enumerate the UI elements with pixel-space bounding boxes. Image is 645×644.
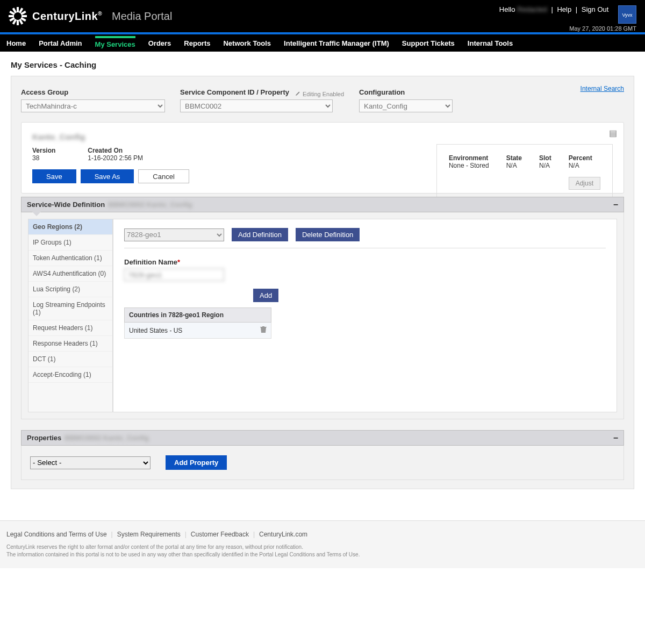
nav-my-services[interactable]: My Services: [95, 36, 135, 48]
service-wide-def-bar[interactable]: Service-Wide Definition BBMC0002 Kanto_C…: [21, 197, 624, 212]
access-group-label: Access Group: [21, 88, 165, 96]
svg-rect-9: [9, 15, 14, 17]
collapse-icon[interactable]: −: [613, 200, 618, 210]
country-row: United States - US: [124, 323, 271, 339]
section-redacted: BBMC0002 Kanto_Config: [108, 201, 192, 209]
nav-home[interactable]: Home: [6, 39, 26, 47]
nav-orders[interactable]: Orders: [148, 39, 171, 47]
tab-dct-[interactable]: DCT (1): [28, 352, 112, 367]
footer-link[interactable]: Legal Conditions and Terms of Use: [6, 531, 107, 538]
nav-reports[interactable]: Reports: [184, 39, 210, 47]
config-label: Configuration: [359, 88, 453, 96]
created-value: 1-16-2020 2:56 PM: [88, 154, 143, 162]
percent-value: N/A: [569, 162, 600, 169]
env-label: Environment: [449, 154, 489, 162]
svg-rect-0: [17, 7, 19, 12]
disclaimer-2: The information contained in this portal…: [6, 551, 639, 559]
add-property-button[interactable]: Add Property: [166, 455, 227, 470]
nav-intelligent-traffic-manager-itm-[interactable]: Intelligent Traffic Manager (ITM): [284, 39, 389, 47]
countries-header: Countries in 7828-geo1 Region: [124, 307, 271, 323]
tab-accept-encoding-[interactable]: Accept-Encoding (1): [28, 367, 112, 383]
add-button[interactable]: Add: [253, 289, 278, 302]
internal-search-link[interactable]: Internal Search: [580, 85, 624, 92]
service-wide-def-body: Geo Regions (2)IP Groups (1)Token Authen…: [21, 212, 624, 419]
nav-portal-admin[interactable]: Portal Admin: [39, 39, 82, 47]
tab-geo-regions-[interactable]: Geo Regions (2): [28, 219, 112, 235]
trash-icon[interactable]: [260, 326, 267, 335]
brand-icon: [9, 7, 27, 25]
config-select[interactable]: Kanto_Config: [359, 99, 453, 112]
def-content: 7828-geo1 Add Definition Delete Definiti…: [113, 219, 617, 412]
tab-aws-authentification-[interactable]: AWS4 Authentification (0): [28, 266, 112, 282]
env-value: None - Stored: [449, 162, 489, 169]
tab-response-headers-[interactable]: Response Headers (1): [28, 336, 112, 352]
footer-link[interactable]: System Requirements: [117, 531, 181, 538]
disclaimer-1: CenturyLink reserves the right to alter …: [6, 543, 639, 551]
edit-icon: [295, 91, 300, 97]
tab-token-authentication-[interactable]: Token Authentication (1): [28, 251, 112, 266]
svg-rect-6: [17, 20, 19, 25]
save-as-button[interactable]: Save As: [81, 169, 134, 183]
side-tabs: Geo Regions (2)IP Groups (1)Token Authen…: [28, 219, 113, 412]
state-value: N/A: [506, 162, 522, 169]
cancel-button[interactable]: Cancel: [138, 169, 189, 183]
svg-rect-3: [22, 15, 27, 17]
topbar: CenturyLink® Media Portal Hello Redacted…: [0, 0, 645, 32]
collapse-icon[interactable]: −: [613, 433, 618, 443]
help-link[interactable]: Help: [557, 5, 571, 13]
properties-select[interactable]: - Select -: [30, 456, 150, 469]
scid-select[interactable]: BBMC0002: [180, 99, 333, 112]
definition-select[interactable]: 7828-geo1: [124, 228, 224, 241]
country-name: United States - US: [129, 327, 182, 334]
adjust-button[interactable]: Adjust: [569, 177, 600, 190]
portal-name: Media Portal: [112, 10, 172, 23]
properties-bar[interactable]: Properties BBMC0002 Kanto_Config −: [21, 430, 624, 446]
timestamp: May 27, 2020 01:28 GMT: [499, 25, 636, 32]
footer-link[interactable]: CenturyLink.com: [259, 531, 307, 538]
delete-definition-button[interactable]: Delete Definition: [296, 228, 360, 241]
page-title: My Services - Caching: [11, 60, 634, 69]
properties-title: Properties: [27, 434, 61, 442]
definition-name-label: Definition Name*: [124, 258, 180, 266]
config-name: Kanto_Config: [32, 132, 613, 141]
scid-label: Service Component ID / Property: [180, 88, 289, 96]
navbar: HomePortal AdminMy ServicesOrdersReports…: [0, 32, 645, 52]
main-panel: Internal Search Access Group TechMahindr…: [11, 76, 634, 489]
signout-link[interactable]: Sign Out: [582, 5, 609, 13]
properties-body: - Select - Add Property: [21, 446, 624, 480]
version-value: 38: [32, 154, 55, 162]
footer: Legal Conditions and Terms of Use|System…: [0, 520, 645, 568]
nav-support-tickets[interactable]: Support Tickets: [402, 39, 455, 47]
vyvx-badge: Vyvx: [618, 5, 636, 24]
env-box: Environment None - Stored State N/A Slot…: [436, 144, 613, 198]
editing-enabled: Editing Enabled: [295, 91, 344, 97]
access-group-select[interactable]: TechMahindra-c: [21, 99, 165, 112]
properties-redacted: BBMC0002 Kanto_Config: [64, 434, 149, 442]
config-card: ▤ Kanto_Config Version 38 Created On 1-1…: [21, 122, 624, 194]
username: Redacted: [517, 5, 547, 13]
state-label: State: [506, 154, 522, 162]
slot-label: Slot: [539, 154, 551, 162]
tab-request-headers-[interactable]: Request Headers (1): [28, 320, 112, 336]
tab-log-streaming-endpoints-[interactable]: Log Streaming Endpoints (1): [28, 297, 112, 320]
greeting-text: Hello: [499, 5, 515, 13]
add-definition-button[interactable]: Add Definition: [232, 228, 288, 241]
version-label: Version: [32, 147, 55, 154]
nav-network-tools[interactable]: Network Tools: [223, 39, 271, 47]
top-right: Hello Redacted | Help | Sign Out Vyvx Ma…: [499, 5, 636, 32]
footer-link[interactable]: Customer Feedback: [191, 531, 249, 538]
logo-area: CenturyLink® Media Portal: [9, 7, 172, 25]
section-title: Service-Wide Definition: [27, 201, 105, 209]
slot-value: N/A: [539, 162, 551, 169]
created-label: Created On: [88, 147, 143, 154]
nav-internal-tools[interactable]: Internal Tools: [468, 39, 513, 47]
brand-text: CenturyLink®: [32, 10, 102, 23]
percent-label: Percent: [569, 154, 600, 162]
tab-ip-groups-[interactable]: IP Groups (1): [28, 235, 112, 251]
definition-name-input[interactable]: [124, 268, 224, 281]
save-button[interactable]: Save: [32, 169, 76, 183]
tab-lua-scripting-[interactable]: Lua Scripting (2): [28, 282, 112, 297]
